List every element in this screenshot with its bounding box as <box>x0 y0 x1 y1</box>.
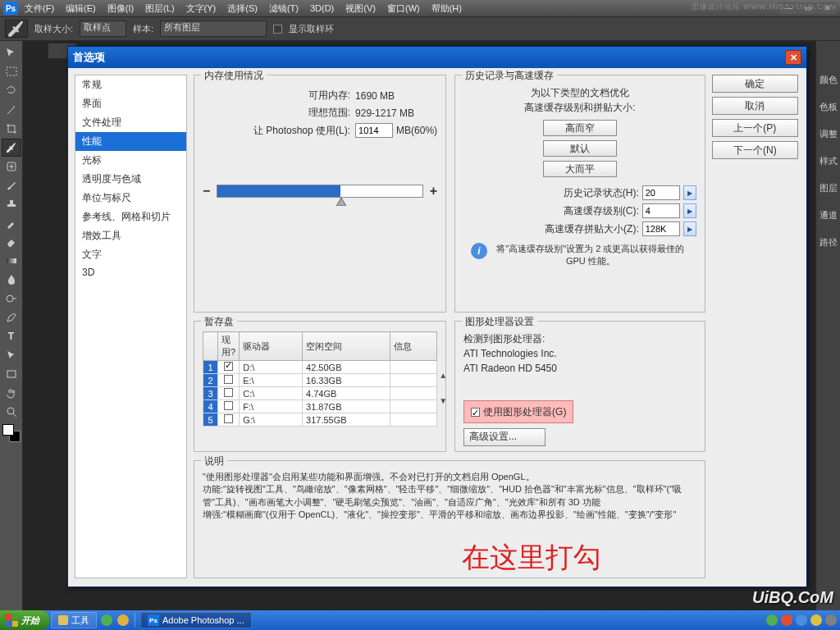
hand-tool[interactable] <box>2 384 21 402</box>
table-row[interactable]: 3C:\4.74GB <box>203 387 437 400</box>
cat-performance[interactable]: 性能 <box>75 132 186 151</box>
menu-help[interactable]: 帮助(H) <box>431 2 462 15</box>
svg-point-3 <box>7 295 13 302</box>
dodge-tool[interactable] <box>2 290 21 308</box>
eyedropper-tool[interactable] <box>2 139 21 157</box>
ok-button[interactable]: 确定 <box>712 75 798 93</box>
cat-general[interactable]: 常规 <box>75 75 186 94</box>
menu-window[interactable]: 窗口(W) <box>387 2 420 15</box>
prev-button[interactable]: 上一个(P) <box>712 119 798 137</box>
taskbar-app-photoshop[interactable]: Ps Adobe Photoshop ... <box>140 612 252 628</box>
menu-file[interactable]: 文件(F) <box>25 2 54 15</box>
tray-icon[interactable] <box>117 614 129 626</box>
gradient-tool[interactable] <box>2 252 21 270</box>
next-button[interactable]: 下一个(N) <box>712 141 798 159</box>
table-row[interactable]: 5G:\317.55GB <box>203 413 437 427</box>
drive-checkbox[interactable] <box>224 414 233 423</box>
menu-image[interactable]: 图像(I) <box>107 2 134 15</box>
use-mem-input[interactable] <box>355 123 393 138</box>
drive-checkbox[interactable] <box>224 388 233 397</box>
scratch-table[interactable]: 现用? 驱动器 空闲空间 信息 1D:\42.50GB 2E:\16.33GB … <box>203 331 437 427</box>
gpu-advanced-button[interactable]: 高级设置... <box>463 428 546 446</box>
cat-units[interactable]: 单位与标尺 <box>75 189 186 208</box>
lasso-tool[interactable] <box>2 82 21 100</box>
pen-tool[interactable] <box>2 308 21 326</box>
table-row[interactable]: 2E:\16.33GB <box>203 374 437 387</box>
brush-tool[interactable] <box>2 176 21 194</box>
history-states-input[interactable] <box>642 185 680 200</box>
menu-edit[interactable]: 编辑(E) <box>66 2 96 15</box>
tray-icon[interactable] <box>796 614 807 626</box>
shape-tool[interactable] <box>2 365 21 383</box>
slider-plus-icon[interactable]: + <box>430 184 437 199</box>
cat-filehandling[interactable]: 文件处理 <box>75 113 186 132</box>
show-ring-checkbox[interactable] <box>273 25 282 34</box>
big-flat-button[interactable]: 大而平 <box>543 161 617 177</box>
spinner-icon[interactable]: ▶ <box>683 185 696 200</box>
stamp-tool[interactable] <box>2 195 21 213</box>
cat-plugins[interactable]: 增效工具 <box>75 226 186 245</box>
cat-interface[interactable]: 界面 <box>75 94 186 113</box>
slider-minus-icon[interactable]: − <box>203 184 210 199</box>
sample-layers-select[interactable]: 所有图层 <box>160 21 267 37</box>
tray-icon[interactable] <box>810 614 822 626</box>
panel-styles[interactable]: 样式 <box>819 155 838 167</box>
table-row[interactable]: 1D:\42.50GB <box>203 361 437 374</box>
category-list[interactable]: 常规 界面 文件处理 性能 光标 透明度与色域 单位与标尺 参考线、网格和切片 … <box>75 75 187 578</box>
menu-select[interactable]: 选择(S) <box>227 2 258 15</box>
tray-icon[interactable] <box>781 614 792 626</box>
menu-view[interactable]: 视图(V) <box>345 2 376 15</box>
menu-3d[interactable]: 3D(D) <box>310 3 334 13</box>
cat-3d[interactable]: 3D <box>75 264 186 281</box>
move-tool[interactable] <box>2 44 21 62</box>
sample-size-select[interactable]: 取样点 <box>80 21 126 37</box>
cache-tile-input[interactable] <box>642 221 680 236</box>
menu-type[interactable]: 文字(Y) <box>186 2 217 15</box>
panel-swatches[interactable]: 色板 <box>819 101 838 113</box>
color-swatches[interactable] <box>2 424 21 442</box>
start-button[interactable]: 开始 <box>0 610 49 630</box>
spinner-icon[interactable]: ▶ <box>683 221 696 236</box>
memory-slider[interactable]: − + <box>203 184 437 199</box>
use-gpu-checkbox[interactable] <box>471 408 480 417</box>
drive-checkbox[interactable] <box>224 362 233 371</box>
tray-icon[interactable] <box>825 614 837 626</box>
cancel-button[interactable]: 取消 <box>712 97 798 115</box>
panel-layers[interactable]: 图层 <box>819 182 838 194</box>
path-select-tool[interactable] <box>2 346 21 364</box>
eraser-tool[interactable] <box>2 233 21 251</box>
menu-layer[interactable]: 图层(L) <box>145 2 174 15</box>
taskbar-quicklaunch[interactable]: 工具 <box>51 612 97 628</box>
tray-icon[interactable] <box>766 614 778 626</box>
blur-tool[interactable] <box>2 271 21 289</box>
tall-thin-button[interactable]: 高而窄 <box>543 120 617 136</box>
dialog-close-button[interactable]: ✕ <box>785 50 801 65</box>
cat-guides[interactable]: 参考线、网格和切片 <box>75 208 186 226</box>
eyedropper-icon[interactable] <box>5 20 28 38</box>
wand-tool[interactable] <box>2 101 21 119</box>
cat-type[interactable]: 文字 <box>75 245 186 264</box>
cat-transparency[interactable]: 透明度与色域 <box>75 170 186 189</box>
move-down-icon[interactable]: ▼ <box>439 396 447 405</box>
type-tool[interactable]: T <box>2 327 21 345</box>
drive-checkbox[interactable] <box>224 401 233 410</box>
table-row[interactable]: 4F:\31.87GB <box>203 400 437 413</box>
desc-legend: 说明 <box>201 454 227 468</box>
zoom-tool[interactable] <box>2 403 21 421</box>
crop-tool[interactable] <box>2 120 21 138</box>
drive-checkbox[interactable] <box>224 375 233 384</box>
move-up-icon[interactable]: ▲ <box>439 371 447 380</box>
tray-icon[interactable] <box>101 614 112 626</box>
cache-levels-input[interactable] <box>642 203 680 218</box>
history-brush-tool[interactable] <box>2 214 21 232</box>
panel-adjust[interactable]: 调整 <box>819 128 838 140</box>
panel-paths[interactable]: 路径 <box>819 236 838 249</box>
spinner-icon[interactable]: ▶ <box>683 203 696 218</box>
default-button[interactable]: 默认 <box>543 140 617 157</box>
marquee-tool[interactable] <box>2 63 21 81</box>
panel-color[interactable]: 颜色 <box>819 74 838 86</box>
heal-tool[interactable] <box>2 158 21 176</box>
panel-channels[interactable]: 通道 <box>819 209 838 221</box>
menu-filter[interactable]: 滤镜(T) <box>269 2 299 15</box>
cat-cursor[interactable]: 光标 <box>75 151 186 170</box>
